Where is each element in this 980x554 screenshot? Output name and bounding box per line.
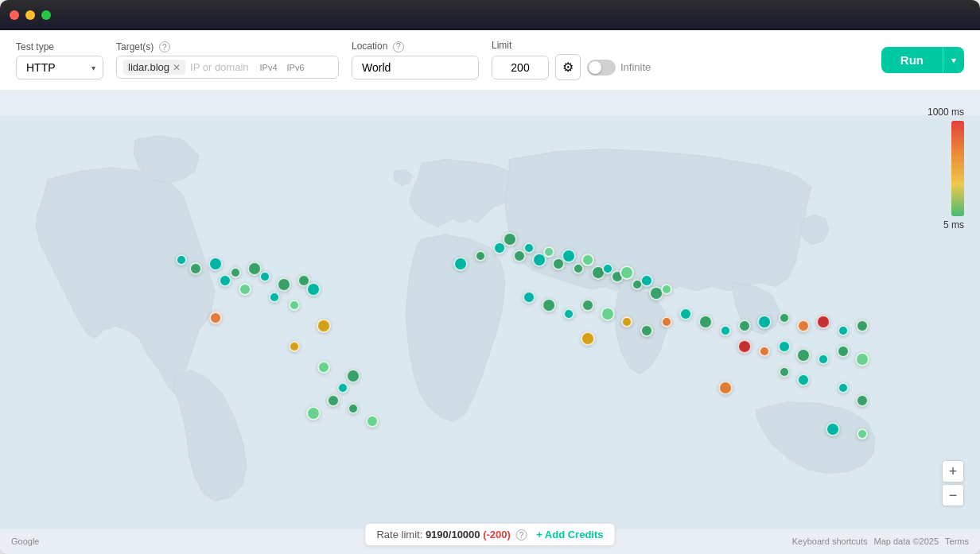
probe-dot[interactable] bbox=[621, 316, 632, 327]
probe-dot[interactable] bbox=[306, 282, 321, 296]
close-button[interactable] bbox=[10, 10, 19, 20]
probe-dot[interactable] bbox=[317, 319, 331, 333]
probe-dot[interactable] bbox=[189, 262, 202, 275]
probe-dot[interactable] bbox=[796, 348, 811, 362]
probe-dot[interactable] bbox=[779, 312, 790, 323]
probe-dot[interactable] bbox=[759, 346, 770, 357]
probe-dot[interactable] bbox=[778, 340, 791, 353]
probe-dot[interactable] bbox=[453, 257, 468, 271]
probe-dot[interactable] bbox=[269, 292, 280, 303]
run-button[interactable]: Run bbox=[881, 47, 943, 73]
probe-dot[interactable] bbox=[230, 267, 241, 278]
probe-dot[interactable] bbox=[738, 320, 751, 332]
probe-dot[interactable] bbox=[661, 316, 672, 327]
probe-dot[interactable] bbox=[259, 271, 270, 282]
probe-dot[interactable] bbox=[856, 394, 869, 407]
location-field[interactable]: World bbox=[352, 56, 479, 79]
rate-limit-diff: (-200) bbox=[483, 529, 511, 540]
probe-dot[interactable] bbox=[640, 274, 653, 287]
probe-dot[interactable] bbox=[366, 415, 379, 428]
zoom-in-button[interactable]: + bbox=[942, 460, 964, 482]
tag-close-button[interactable]: ✕ bbox=[173, 63, 181, 72]
map-container[interactable]: 1000 ms 5 ms + − Rate limit: 9190/10000 … bbox=[0, 91, 980, 554]
probe-dot[interactable] bbox=[208, 257, 223, 271]
target-tag: lidar.blog ✕ bbox=[123, 60, 185, 75]
titlebar bbox=[0, 0, 980, 30]
terms-link[interactable]: Terms bbox=[945, 537, 969, 546]
probe-dot[interactable] bbox=[779, 366, 790, 378]
probe-dot[interactable] bbox=[720, 325, 731, 336]
probe-dot[interactable] bbox=[542, 298, 556, 312]
probe-dot[interactable] bbox=[581, 299, 594, 312]
location-info-icon[interactable]: ? bbox=[393, 41, 404, 52]
probe-dot[interactable] bbox=[346, 369, 360, 383]
probe-dot[interactable] bbox=[620, 265, 634, 280]
probe-dot[interactable] bbox=[581, 331, 595, 346]
probe-dot[interactable] bbox=[543, 246, 554, 258]
probe-dot[interactable] bbox=[573, 263, 584, 274]
zoom-out-button[interactable]: − bbox=[942, 484, 964, 506]
run-dropdown-button[interactable]: ▾ bbox=[943, 47, 964, 73]
probe-dot[interactable] bbox=[289, 341, 300, 352]
probe-dot[interactable] bbox=[816, 315, 830, 329]
probe-dot[interactable] bbox=[818, 354, 829, 365]
probe-dot[interactable] bbox=[857, 428, 868, 440]
probe-dot[interactable] bbox=[856, 320, 869, 332]
probe-dot[interactable] bbox=[581, 254, 594, 266]
maximize-button[interactable] bbox=[41, 10, 51, 20]
targets-group: Target(s) ? lidar.blog ✕ IP or domain IP… bbox=[116, 41, 339, 79]
probe-dot[interactable] bbox=[737, 339, 752, 354]
probe-dot[interactable] bbox=[348, 403, 359, 414]
probe-dot[interactable] bbox=[337, 382, 348, 393]
probe-dot[interactable] bbox=[679, 308, 692, 320]
probe-dot[interactable] bbox=[757, 315, 772, 329]
settings-button[interactable]: ⚙ bbox=[555, 54, 581, 80]
rate-limit-text: Rate limit: bbox=[376, 529, 422, 540]
probe-dot[interactable] bbox=[797, 320, 810, 332]
infinite-toggle[interactable] bbox=[587, 60, 616, 76]
probe-dot[interactable] bbox=[523, 291, 535, 304]
probe-dot[interactable] bbox=[661, 284, 672, 295]
limit-label: Limit bbox=[492, 40, 651, 51]
probe-dot[interactable] bbox=[306, 406, 321, 420]
keyboard-shortcuts-link[interactable]: Keyboard shortcuts bbox=[792, 537, 868, 546]
probe-dot[interactable] bbox=[855, 352, 869, 366]
probe-dot[interactable] bbox=[209, 312, 222, 324]
map-attribution: Keyboard shortcuts Map data ©2025 Terms bbox=[792, 537, 969, 546]
probe-dot[interactable] bbox=[317, 361, 330, 374]
probe-dot[interactable] bbox=[837, 345, 850, 358]
probe-dot[interactable] bbox=[327, 394, 340, 407]
probe-dot[interactable] bbox=[503, 232, 517, 246]
rate-limit-info-icon[interactable]: ? bbox=[516, 529, 527, 540]
probe-dot[interactable] bbox=[698, 315, 713, 329]
legend-gradient-bar bbox=[951, 121, 964, 216]
targets-info-icon[interactable]: ? bbox=[159, 41, 170, 52]
probe-dot[interactable] bbox=[797, 374, 810, 386]
probe-dot[interactable] bbox=[718, 381, 733, 395]
test-type-select[interactable]: HTTP DNS Ping Traceroute MTR bbox=[16, 56, 103, 79]
probe-dot[interactable] bbox=[838, 325, 849, 336]
minimize-button[interactable] bbox=[25, 10, 35, 20]
limit-input[interactable] bbox=[492, 56, 549, 79]
probe-dot[interactable] bbox=[563, 308, 574, 320]
probe-dot[interactable] bbox=[277, 277, 291, 292]
probe-dot[interactable] bbox=[289, 300, 300, 311]
probe-dot[interactable] bbox=[826, 422, 840, 436]
test-type-group: Test type HTTP DNS Ping Traceroute MTR ▾ bbox=[16, 41, 103, 79]
probe-dot[interactable] bbox=[219, 274, 231, 287]
add-credits-link[interactable]: + Add Credits bbox=[536, 529, 603, 540]
probe-dot[interactable] bbox=[513, 250, 526, 262]
probe-dot[interactable] bbox=[640, 324, 653, 337]
probe-dot[interactable] bbox=[239, 283, 251, 296]
ipv4-button[interactable]: IPv4 bbox=[257, 61, 281, 74]
probe-dot[interactable] bbox=[176, 254, 187, 265]
probe-dot[interactable] bbox=[475, 250, 486, 262]
toggle-knob bbox=[589, 61, 601, 74]
targets-field[interactable]: lidar.blog ✕ IP or domain IPv4 IPv6 bbox=[116, 56, 339, 79]
ipv6-button[interactable]: IPv6 bbox=[284, 61, 308, 74]
probe-dot[interactable] bbox=[838, 382, 849, 393]
probe-dot[interactable] bbox=[523, 242, 535, 254]
probe-dot[interactable] bbox=[562, 249, 576, 263]
map-data-label: Map data ©2025 bbox=[874, 537, 939, 546]
probe-dot[interactable] bbox=[601, 307, 615, 321]
